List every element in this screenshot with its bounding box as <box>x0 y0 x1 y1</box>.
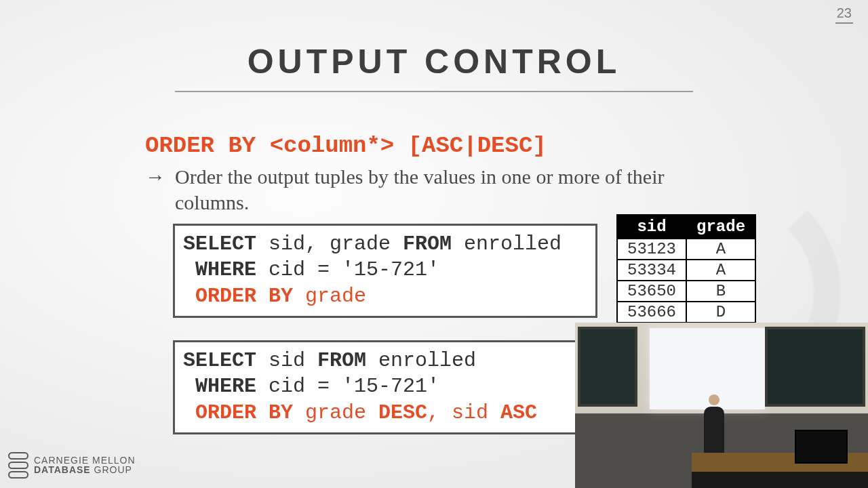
cell-grade: D <box>686 302 755 323</box>
kw-where: WHERE <box>183 375 256 398</box>
description-row: → Order the output tuples by the values … <box>145 164 701 216</box>
code-text: cid = '15-721' <box>256 258 439 281</box>
code-text: sid <box>256 349 317 372</box>
kw-select: SELECT <box>183 349 256 372</box>
cell-sid: 53334 <box>617 260 686 281</box>
content-block: ORDER BY <column*> [ASC|DESC] → Order th… <box>145 133 701 216</box>
code-example-1: SELECT sid, grade FROM enrolled WHERE ci… <box>173 224 597 318</box>
result-table: sid grade 53123A 53334A 53650B 53666D <box>616 214 756 323</box>
slide-title: OUTPUT CONTROL <box>0 42 868 81</box>
code-text: sid, grade <box>256 232 403 256</box>
kw-select: SELECT <box>183 232 256 256</box>
title-underline <box>175 91 693 92</box>
table-row: 53666D <box>617 302 755 323</box>
footer-line2: DATABASE GROUP <box>34 465 136 475</box>
code-text: enrolled <box>366 349 476 372</box>
table-row: 53650B <box>617 281 755 302</box>
kw-orderby: ORDER BY <box>183 401 305 424</box>
cell-sid: 53666 <box>617 302 686 323</box>
orderby-col: grade <box>305 285 366 308</box>
lecture-video-thumbnail <box>575 323 868 488</box>
cell-sid: 53123 <box>617 239 686 260</box>
code-example-2: SELECT sid FROM enrolled WHERE cid = '15… <box>173 340 577 434</box>
kw-from: FROM <box>403 232 452 256</box>
description-text: Order the output tuples by the values in… <box>175 164 697 216</box>
orderby-col: grade <box>305 401 378 424</box>
cell-sid: 53650 <box>617 281 686 302</box>
database-icon <box>8 452 28 479</box>
footer-logo: CARNEGIE MELLON DATABASE GROUP <box>8 452 136 479</box>
kw-orderby: ORDER BY <box>183 285 305 308</box>
table-row: 53334A <box>617 260 755 281</box>
orderby-sep: , sid <box>427 401 500 424</box>
orderby-syntax: ORDER BY <column*> [ASC|DESC] <box>145 133 701 159</box>
kw-from: FROM <box>317 349 366 372</box>
code-text: enrolled <box>452 232 561 256</box>
kw-asc: ASC <box>500 401 537 424</box>
table-row: 53123A <box>617 239 755 260</box>
kw-where: WHERE <box>183 258 256 281</box>
kw-desc: DESC <box>378 401 427 424</box>
cell-grade: A <box>686 260 755 281</box>
footer-line1: CARNEGIE MELLON <box>34 455 136 465</box>
cell-grade: B <box>686 281 755 302</box>
code-text: cid = '15-721' <box>256 375 439 398</box>
arrow-icon: → <box>145 164 175 216</box>
page-number: 23 <box>835 5 853 24</box>
col-sid: sid <box>617 215 686 239</box>
col-grade: grade <box>686 215 755 239</box>
cell-grade: A <box>686 239 755 260</box>
